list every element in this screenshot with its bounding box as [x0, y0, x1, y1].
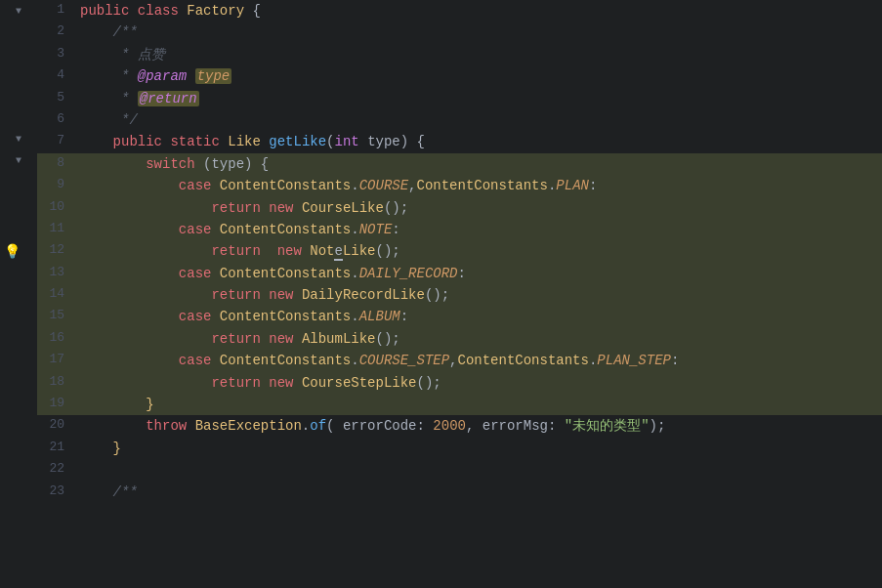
code-content: 1 public class Factory { 2 /** 3 * 点赞 4 … [37, 0, 882, 588]
code-line-17: 17 case ContentConstants.COURSE_STEP,Con… [37, 350, 882, 371]
code-line-11: 11 case ContentConstants.NOTE: [37, 219, 882, 240]
code-line-16: 16 return new AlbumLike(); [37, 328, 882, 350]
editor-gutter: ▼ ▼ ▼ 💡 [0, 0, 37, 588]
code-line-5: 5 * @return [37, 88, 882, 109]
code-line-6: 6 */ [37, 109, 882, 131]
fold-icon-8[interactable]: ▼ [16, 153, 21, 169]
code-line-3: 3 * 点赞 [37, 44, 882, 65]
code-line-7: 7 public static Like getLike(int type) { [37, 131, 882, 152]
code-line-21: 21 } [37, 438, 882, 459]
code-line-18: 18 return new CourseStepLike(); [37, 372, 882, 394]
code-line-10: 10 return new CourseLike(); [37, 197, 882, 219]
code-line-8: 8 switch (type) { [37, 153, 882, 175]
code-line-23: 23 /** [37, 482, 882, 503]
fold-icon-1[interactable]: ▼ [16, 4, 21, 20]
code-line-1: 1 public class Factory { [37, 0, 882, 21]
code-editor: ▼ ▼ ▼ 💡 1 public class Factory { 2 /** 3… [0, 0, 882, 588]
code-line-13: 13 case ContentConstants.DAILY_RECORD: [37, 263, 882, 284]
code-line-22: 22 [37, 459, 882, 481]
code-line-12: 12 return new NoteLike(); [37, 240, 882, 262]
code-line-4: 4 * @param type [37, 65, 882, 87]
code-line-15: 15 case ContentConstants.ALBUM: [37, 306, 882, 327]
code-line-2: 2 /** [37, 21, 882, 43]
code-line-9: 9 case ContentConstants.COURSE,ContentCo… [37, 175, 882, 196]
fold-icon-7[interactable]: ▼ [16, 132, 21, 147]
code-line-14: 14 return new DailyRecordLike(); [37, 284, 882, 306]
bulb-icon[interactable]: 💡 [4, 241, 21, 263]
code-line-20: 20 throw BaseException.of( errorCode: 20… [37, 415, 882, 437]
code-line-19: 19 } [37, 394, 882, 415]
